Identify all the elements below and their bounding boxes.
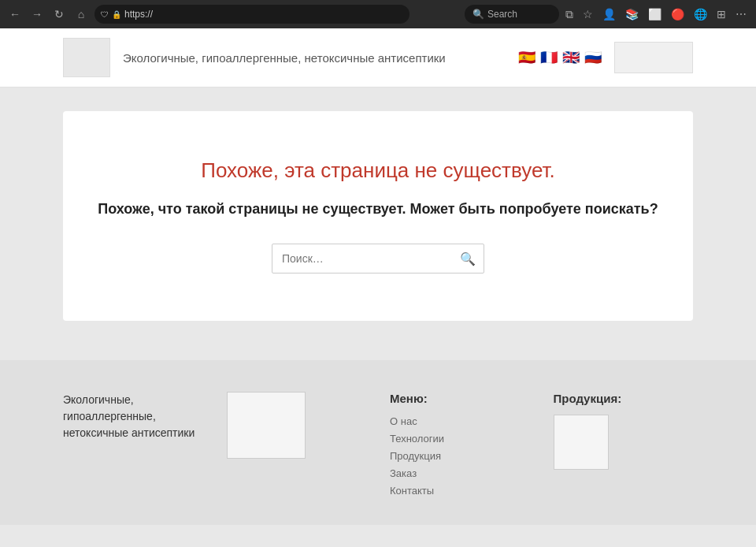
extensions-icon[interactable]: ⧉: [562, 8, 576, 21]
bookmarks-icon[interactable]: 📚: [622, 8, 642, 20]
footer-menu-onas[interactable]: О нас: [390, 415, 417, 427]
language-switcher[interactable]: 🇪🇸 🇫🇷 🇬🇧 🇷🇺: [518, 49, 602, 66]
page-wrapper: Экологичные, гипоаллергенные, нетоксичны…: [0, 28, 756, 547]
error-title: Похоже, эта страница не существует.: [94, 158, 662, 183]
site-footer: Экологичные, гипоаллергенные, нетоксичны…: [0, 360, 756, 525]
footer-menu-tekhnologii[interactable]: Технологии: [390, 433, 444, 445]
browser-search[interactable]: 🔍 Search: [465, 5, 559, 24]
shield-icon: 🛡: [101, 10, 109, 19]
footer-product-image: [554, 415, 609, 470]
list-item: Продукция: [390, 449, 530, 462]
footer-grid: Экологичные, гипоаллергенные, нетоксичны…: [63, 392, 693, 501]
footer-tagline-block: Экологичные, гипоаллергенные, нетоксичны…: [63, 392, 203, 441]
globe-icon[interactable]: 🌐: [691, 8, 710, 20]
url-text: https://: [124, 9, 403, 20]
grid-icon[interactable]: ⊞: [713, 8, 729, 20]
home-button[interactable]: ⌂: [72, 6, 90, 23]
forward-button[interactable]: →: [28, 6, 46, 23]
page-search-box[interactable]: 🔍: [272, 244, 484, 274]
address-bar[interactable]: 🛡 🔒 https://: [94, 5, 410, 24]
footer-tagline-line2: нетоксичные антисептики: [63, 426, 195, 439]
page-search-button[interactable]: 🔍: [452, 251, 484, 266]
main-content: Похоже, эта страница не существует. Похо…: [0, 87, 756, 344]
site-logo: [63, 38, 110, 77]
footer-logo: [227, 392, 306, 459]
flag-fr[interactable]: 🇫🇷: [540, 49, 558, 66]
header-left: Экологичные, гипоаллергенные, нетоксичны…: [63, 38, 446, 77]
list-item: Контакты: [390, 484, 530, 497]
menu-icon[interactable]: ⋯: [732, 8, 750, 20]
back-button[interactable]: ←: [6, 6, 24, 23]
page-search-input[interactable]: [272, 252, 452, 265]
footer-menu-list: О нас Технологии Продукция Заказ Контакт…: [390, 415, 530, 497]
list-item: О нас: [390, 415, 530, 427]
browser-toolbar: 🔍 Search ⧉ ☆ 👤 📚 ⬜ 🔴 🌐 ⊞ ⋯: [465, 5, 750, 24]
header-nav-placeholder: [614, 42, 693, 73]
footer-menu-zakaz[interactable]: Заказ: [390, 467, 417, 479]
tab-icon[interactable]: ⬜: [645, 8, 665, 20]
star-icon[interactable]: ☆: [580, 8, 596, 20]
flag-es[interactable]: 🇪🇸: [518, 49, 536, 66]
footer-products-block: Продукция:: [554, 392, 694, 470]
lock-icon: 🔒: [112, 10, 121, 19]
profile-icon[interactable]: 👤: [599, 8, 619, 20]
footer-tagline: Экологичные, гипоаллергенные, нетоксичны…: [63, 392, 203, 441]
footer-menu-label: Меню:: [390, 392, 530, 405]
footer-logo-block: [227, 392, 367, 459]
browser-search-label: Search: [487, 9, 517, 20]
list-item: Заказ: [390, 467, 530, 479]
footer-menu-kontakty[interactable]: Контакты: [390, 485, 434, 497]
flag-en[interactable]: 🇬🇧: [562, 49, 580, 66]
search-icon: 🔍: [472, 9, 484, 20]
footer-menu-produktsiya[interactable]: Продукция: [390, 450, 441, 462]
error-subtitle: Похоже, что такой страницы не существует…: [94, 199, 662, 220]
footer-products-label: Продукция:: [554, 392, 694, 405]
footer-tagline-line1: Экологичные, гипоаллергенные,: [63, 393, 156, 422]
site-tagline: Экологичные, гипоаллергенные, нетоксичны…: [123, 51, 446, 65]
reload-button[interactable]: ↻: [50, 6, 68, 23]
error-card: Похоже, эта страница не существует. Похо…: [63, 111, 693, 321]
flag-ru[interactable]: 🇷🇺: [584, 49, 602, 66]
browser-chrome: ← → ↻ ⌂ 🛡 🔒 https:// 🔍 Search ⧉ ☆ 👤 📚 ⬜ …: [0, 0, 756, 28]
site-header: Экологичные, гипоаллергенные, нетоксичны…: [0, 28, 756, 87]
list-item: Технологии: [390, 432, 530, 445]
footer-menu-block: Меню: О нас Технологии Продукция Заказ К…: [390, 392, 530, 501]
addon-icon[interactable]: 🔴: [668, 8, 687, 20]
